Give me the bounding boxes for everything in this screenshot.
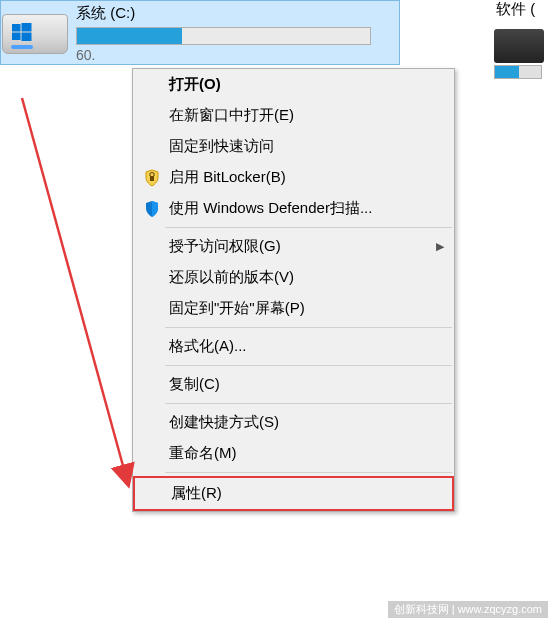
menu-restore-previous[interactable]: 还原以前的版本(V) [133,262,454,293]
menu-defender-scan[interactable]: 使用 Windows Defender扫描... [133,193,454,224]
svg-rect-2 [12,33,21,41]
menu-copy[interactable]: 复制(C) [133,369,454,400]
svg-rect-1 [22,23,32,32]
menu-pin-quick-access[interactable]: 固定到快速访问 [133,131,454,162]
drive-info: 系统 (C:) 60. [76,2,398,63]
annotation-highlight: 属性(R) [133,476,454,511]
menu-open[interactable]: 打开(O) [133,69,454,100]
menu-format[interactable]: 格式化(A)... [133,331,454,362]
menu-separator [165,365,452,366]
svg-rect-4 [150,176,154,181]
menu-separator [165,403,452,404]
chevron-right-icon: ▶ [436,240,444,253]
drive-label: 系统 (C:) [76,4,398,23]
drive-usage-bar [494,65,542,79]
drive-usage-bar [76,27,371,45]
windows-logo-icon [12,22,32,42]
context-menu: 打开(O) 在新窗口中打开(E) 固定到快速访问 启用 BitLocker(B)… [132,68,455,512]
menu-give-access[interactable]: 授予访问权限(G) ▶ [133,231,454,262]
svg-rect-0 [12,24,21,32]
drive-partial[interactable]: 软件 ( [492,0,552,79]
menu-rename[interactable]: 重命名(M) [133,438,454,469]
svg-line-5 [22,98,128,484]
menu-open-new-window[interactable]: 在新窗口中打开(E) [133,100,454,131]
watermark: 创新科技网 | www.zqcyzg.com [388,601,548,618]
drive-icon [2,6,68,56]
drive-subtext: 60. [76,47,398,63]
bitlocker-icon [141,169,163,187]
svg-rect-3 [22,33,32,42]
drive-icon [494,29,544,63]
menu-pin-start[interactable]: 固定到"开始"屏幕(P) [133,293,454,324]
menu-bitlocker[interactable]: 启用 BitLocker(B) [133,162,454,193]
menu-properties[interactable]: 属性(R) [135,478,452,509]
drive-partial-label: 软件 ( [492,0,552,19]
menu-create-shortcut[interactable]: 创建快捷方式(S) [133,407,454,438]
defender-icon [141,200,163,218]
menu-separator [165,327,452,328]
annotation-arrow [14,96,144,506]
drive-c[interactable]: 系统 (C:) 60. [0,0,400,65]
menu-separator [165,227,452,228]
menu-separator [165,472,452,473]
